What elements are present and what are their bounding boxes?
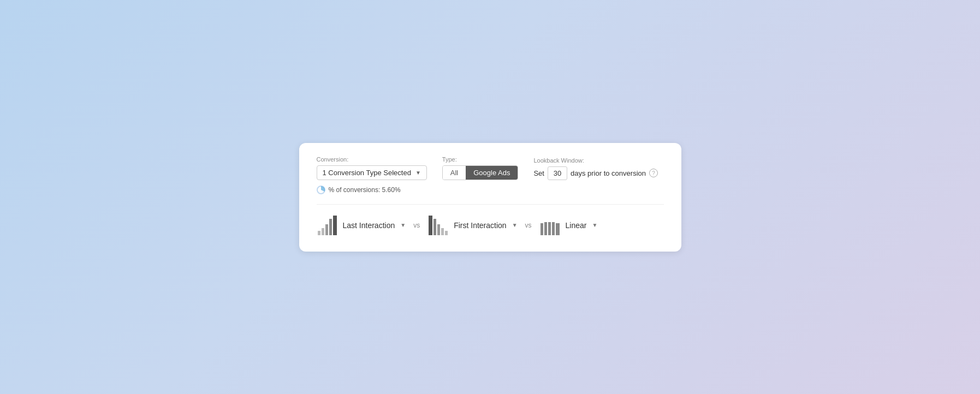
percent-row: % of conversions: 5.60% <box>317 186 664 194</box>
conversion-select[interactable]: 1 Conversion Type Selected ▼ <box>317 165 427 180</box>
lookback-label: Lookback Window: <box>533 157 658 164</box>
vs-text-1: vs <box>413 222 420 229</box>
svg-rect-12 <box>544 222 547 235</box>
lookback-suffix-text: days prior to conversion <box>571 169 646 177</box>
lookback-field-group: Lookback Window: Set days prior to conve… <box>533 157 658 180</box>
svg-rect-9 <box>441 228 444 235</box>
first-interaction-icon <box>427 214 449 236</box>
type-field-group: Type: All Google Ads <box>442 156 519 180</box>
svg-rect-8 <box>437 224 440 235</box>
model-last-interaction: Last Interaction ▼ <box>317 214 406 236</box>
conversion-field-group: Conversion: 1 Conversion Type Selected ▼ <box>317 156 427 180</box>
conversion-label: Conversion: <box>317 156 427 163</box>
model-first-interaction: First Interaction ▼ <box>427 214 517 236</box>
lookback-row: Set days prior to conversion ? <box>533 166 658 180</box>
svg-rect-15 <box>556 223 560 235</box>
first-interaction-chevron[interactable]: ▼ <box>512 222 518 228</box>
first-interaction-label: First Interaction <box>454 221 506 230</box>
type-label: Type: <box>442 156 519 163</box>
linear-icon <box>539 214 561 236</box>
linear-chevron[interactable]: ▼ <box>592 222 597 228</box>
lookback-days-input[interactable] <box>548 166 567 180</box>
svg-rect-11 <box>541 223 543 235</box>
pie-chart-icon <box>317 186 325 194</box>
svg-rect-6 <box>429 216 432 235</box>
model-linear: Linear ▼ <box>539 214 598 236</box>
svg-rect-7 <box>433 219 436 235</box>
svg-rect-4 <box>329 219 332 235</box>
last-interaction-icon <box>317 214 338 236</box>
svg-rect-14 <box>552 222 555 235</box>
linear-label: Linear <box>566 221 587 230</box>
chevron-down-icon: ▼ <box>415 170 421 176</box>
last-interaction-chevron[interactable]: ▼ <box>400 222 406 228</box>
svg-rect-13 <box>548 222 551 235</box>
svg-rect-3 <box>325 224 328 235</box>
conversion-select-value: 1 Conversion Type Selected <box>323 169 411 177</box>
lookback-set-text: Set <box>533 169 544 177</box>
svg-rect-2 <box>322 228 324 235</box>
type-google-ads-button[interactable]: Google Ads <box>466 166 518 180</box>
type-toggle: All Google Ads <box>442 165 519 180</box>
last-interaction-label: Last Interaction <box>343 221 395 230</box>
percent-text: % of conversions: 5.60% <box>329 186 401 194</box>
type-all-button[interactable]: All <box>443 166 466 180</box>
models-row: Last Interaction ▼ vs First Interaction … <box>317 204 664 236</box>
help-icon[interactable]: ? <box>649 169 658 177</box>
vs-text-2: vs <box>525 222 532 229</box>
svg-rect-10 <box>445 231 448 235</box>
svg-rect-5 <box>333 216 337 235</box>
controls-row: Conversion: 1 Conversion Type Selected ▼… <box>317 156 664 180</box>
main-card: Conversion: 1 Conversion Type Selected ▼… <box>299 143 681 252</box>
svg-rect-1 <box>318 231 320 235</box>
